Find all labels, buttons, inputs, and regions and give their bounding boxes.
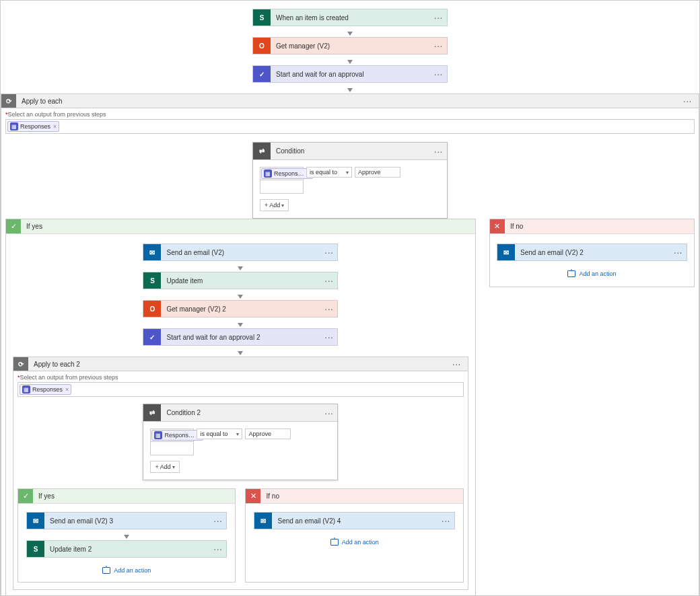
sharepoint-icon: S: [253, 9, 271, 26]
branch-no-header[interactable]: ✕ If no: [490, 219, 694, 234]
apply-to-each-2-header[interactable]: ⟳ Apply to each 2 ···: [13, 357, 468, 371]
inner-branch-no: ✕ If no ✉ Send an email (V2) 4 ···: [245, 488, 463, 583]
condition-wrap: ⇄ Condition ··· ▦ Respons… ×: [5, 142, 695, 219]
ellipsis-icon[interactable]: ···: [324, 275, 333, 286]
add-condition-button[interactable]: + Add ▾: [260, 199, 289, 211]
ellipsis-icon[interactable]: ···: [324, 408, 333, 418]
ellipsis-icon[interactable]: ···: [213, 515, 222, 526]
apply-to-each-header[interactable]: ⟳ Apply to each ···: [1, 94, 699, 108]
helper-text: Select an output from previous steps: [8, 111, 106, 118]
ellipsis-icon[interactable]: ···: [324, 332, 333, 342]
inner-branches: ✓ If yes ✉ Send an email (V2) 3 ···: [18, 488, 464, 583]
branch-title: If no: [260, 492, 279, 500]
step-send-email-2[interactable]: ✉ Send an email (V2) 2 ···: [497, 244, 687, 261]
step-get-manager[interactable]: O Get manager (V2) ···: [252, 37, 448, 54]
ellipsis-icon[interactable]: ···: [434, 146, 443, 157]
loop-icon: ⟳: [1, 94, 16, 108]
val-label: Approve: [358, 169, 381, 176]
step-title: Send an email (V2) 4: [272, 517, 441, 525]
office-icon: O: [143, 301, 161, 317]
add-condition-button[interactable]: + Add ▾: [150, 461, 179, 473]
token-label: Responses: [20, 123, 50, 130]
approval-icon: ✓: [143, 329, 161, 345]
step-approval-2[interactable]: ✓ Start and wait for an approval 2 ···: [143, 328, 338, 346]
condition-value[interactable]: Approve: [245, 429, 291, 439]
condition-row: ▦ Respons… × is equal to ▾ Approve: [260, 167, 440, 180]
step-title: Send an email (V2) 3: [44, 517, 213, 525]
token-icon: ▦: [264, 170, 272, 178]
inner-yes-header[interactable]: ✓ If yes: [18, 489, 235, 504]
step-get-manager-2[interactable]: O Get manager (V2) 2 ···: [143, 300, 338, 318]
condition-operator[interactable]: is equal to ▾: [306, 167, 352, 178]
add-action-link[interactable]: Add an action: [102, 567, 151, 574]
plus-icon: +: [265, 202, 268, 209]
condition-operator[interactable]: is equal to ▾: [197, 429, 242, 439]
step-title: Update item 2: [44, 546, 213, 553]
ellipsis-icon[interactable]: ···: [442, 515, 450, 526]
token-icon: ▦: [10, 122, 18, 131]
output-field-2[interactable]: ▦ Responses ×: [18, 382, 464, 397]
inner-no-header[interactable]: ✕ If no: [246, 489, 462, 504]
ellipsis-icon[interactable]: ···: [683, 96, 692, 106]
inner-yes-body: ✉ Send an email (V2) 3 ··· S Update: [18, 504, 235, 582]
token-label: Respons…: [274, 170, 304, 177]
sharepoint-icon: S: [143, 272, 161, 289]
condition-title: Condition: [271, 147, 434, 155]
step-update-item-2[interactable]: S Update item 2 ···: [26, 540, 227, 558]
branch-yes-header[interactable]: ✓ If yes: [6, 219, 475, 234]
token-remove-icon[interactable]: ×: [53, 123, 57, 130]
step-send-email-3[interactable]: ✉ Send an email (V2) 3 ···: [26, 512, 227, 529]
office-icon: O: [253, 38, 271, 54]
branch-yes: ✓ If yes ✉ Send an email (V2) ··· S Upda…: [5, 219, 476, 596]
step-update-item[interactable]: S Update item ···: [143, 272, 338, 289]
ellipsis-icon[interactable]: ···: [213, 544, 222, 554]
outlook-icon: ✉: [497, 244, 515, 260]
token-responses-2[interactable]: ▦ Responses ×: [20, 384, 71, 395]
step-title: When an item is created: [271, 14, 434, 22]
check-icon: ✓: [18, 489, 33, 503]
condition-body: ▦ Respons… × is equal to ▾ Approve: [253, 160, 447, 218]
add-action-link[interactable]: Add an action: [567, 270, 616, 277]
condition-value[interactable]: Approve: [355, 167, 400, 178]
ellipsis-icon[interactable]: ···: [324, 303, 333, 314]
ellipsis-icon[interactable]: ···: [324, 247, 333, 258]
add-action-label: Add an action: [579, 270, 616, 277]
step-title: Get manager (V2): [271, 42, 434, 50]
inner-no-body: ✉ Send an email (V2) 4 ··· Add an action: [246, 504, 462, 554]
token-remove-icon[interactable]: ×: [65, 386, 69, 393]
sharepoint-icon: S: [27, 541, 44, 557]
condition-2-wrap: ⇄ Condition 2 ···: [18, 404, 464, 480]
step-send-email[interactable]: ✉ Send an email (V2) ···: [143, 244, 338, 261]
step-send-email-4[interactable]: ✉ Send an email (V2) 4 ···: [254, 512, 454, 529]
condition-left-field[interactable]: ▦ Respons… ×: [260, 167, 304, 180]
ellipsis-icon[interactable]: ···: [434, 40, 443, 51]
condition-title: Condition 2: [161, 409, 324, 416]
condition-header[interactable]: ⇄ Condition ···: [253, 143, 447, 160]
condition-icon: ⇄: [253, 143, 271, 159]
condition-2-card: ⇄ Condition 2 ···: [143, 404, 338, 480]
step-start-wait-approval[interactable]: ✓ Start and wait for an approval ···: [252, 65, 448, 83]
condition-row: ▦ Respons… × is equal to: [150, 429, 330, 442]
add-action-link[interactable]: Add an action: [330, 539, 379, 546]
ellipsis-icon[interactable]: ···: [434, 12, 443, 23]
ellipsis-icon[interactable]: ···: [434, 69, 443, 79]
token-response[interactable]: ▦ Respons… ×: [261, 168, 313, 179]
outlook-icon: ✉: [143, 244, 161, 260]
step-when-item-created[interactable]: S When an item is created ···: [252, 9, 448, 26]
token-response[interactable]: ▦ Respons… ×: [151, 430, 203, 441]
add-label: Add: [269, 202, 280, 209]
step-title: Update item: [161, 277, 324, 285]
condition-2-header[interactable]: ⇄ Condition 2 ···: [143, 404, 337, 422]
val-label: Approve: [248, 431, 271, 437]
ellipsis-icon[interactable]: ···: [452, 359, 461, 369]
condition-left-field[interactable]: ▦ Respons… ×: [150, 429, 194, 442]
ellipsis-icon[interactable]: ···: [674, 247, 682, 258]
apply-to-each-2-container: ⟳ Apply to each 2 ··· *Select an output …: [13, 357, 468, 590]
add-action-icon: [102, 567, 110, 574]
inner-branch-yes: ✓ If yes ✉ Send an email (V2) 3 ···: [18, 488, 236, 583]
token-responses[interactable]: ▦ Responses ×: [7, 121, 59, 132]
add-label: Add: [160, 463, 171, 470]
output-field[interactable]: ▦ Responses ×: [5, 119, 695, 134]
step-title: Start and wait for an approval: [271, 71, 434, 78]
apply-to-each-panel: *Select an output from previous steps ▦ …: [1, 108, 699, 596]
